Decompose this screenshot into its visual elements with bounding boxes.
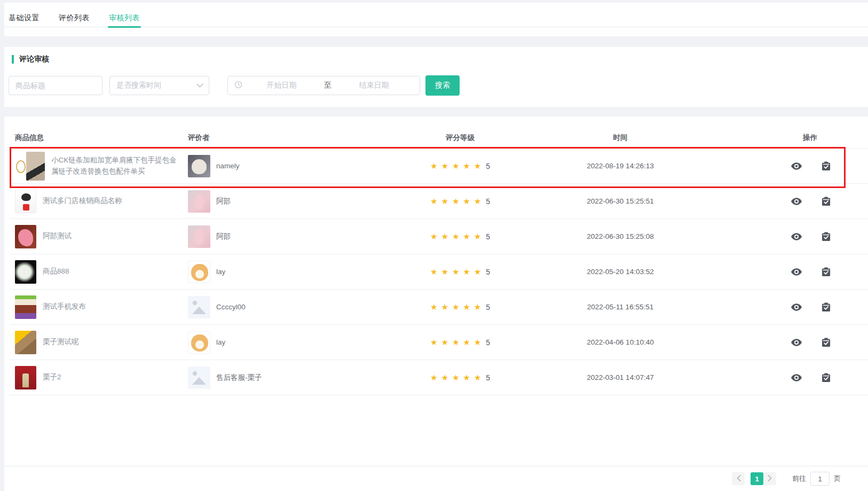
clipboard-check-icon (822, 373, 831, 383)
product-name: 栗子2 (43, 372, 61, 383)
next-page-button[interactable] (763, 472, 776, 485)
page-number-button[interactable]: 1 (751, 472, 763, 485)
star-icon: ★ (430, 302, 437, 311)
view-review-button[interactable] (791, 303, 802, 311)
product-name: 商品888 (43, 266, 69, 277)
clipboard-check-icon (822, 232, 831, 241)
rating-value: 5 (486, 373, 490, 382)
column-header-rating: 评分等级 (417, 133, 503, 143)
star-icon: ★ (430, 197, 437, 206)
rating-value: 5 (486, 268, 490, 276)
reviewer-avatar (188, 190, 210, 213)
view-review-button[interactable] (791, 339, 802, 346)
clipboard-check-icon (822, 161, 831, 171)
eye-icon (791, 233, 802, 240)
review-time: 2022-06-30 15:25:08 (503, 232, 738, 240)
star-icon: ★ (452, 373, 459, 382)
table-row: 商品888 lay ★★★★★ 5 2022-05-20 14:03:52 (10, 254, 868, 290)
star-icon: ★ (474, 302, 481, 311)
product-thumbnail (15, 152, 45, 181)
product-title-input-box (9, 76, 102, 95)
review-time: 2022-08-19 14:26:13 (503, 162, 738, 170)
table-row: 栗子测试呢 lay ★★★★★ 5 2022-04-06 10:10:40 (10, 325, 868, 360)
star-rating: ★★★★★ (430, 197, 485, 206)
chevron-right-icon (768, 475, 772, 483)
star-icon: ★ (430, 232, 437, 241)
star-icon: ★ (441, 302, 448, 311)
review-time: 2022-04-06 10:10:40 (503, 338, 738, 346)
table-header: 商品信息 评价者 评分等级 时间 操作 (10, 116, 868, 149)
audit-review-button[interactable] (822, 373, 831, 383)
audit-review-button[interactable] (822, 197, 831, 206)
star-icon: ★ (441, 161, 448, 170)
star-rating: ★★★★★ (430, 302, 485, 312)
reviewer-avatar (188, 225, 210, 248)
search-button[interactable]: 搜索 (425, 75, 460, 96)
reviewer-avatar (188, 367, 210, 389)
star-icon: ★ (474, 161, 481, 170)
tab-review-list[interactable]: 评价列表 (59, 13, 90, 27)
clipboard-check-icon (822, 302, 831, 312)
star-icon: ★ (452, 197, 459, 206)
star-icon: ★ (474, 373, 481, 382)
search-time-select[interactable]: 是否搜索时间 (109, 76, 209, 95)
tab-basic-settings[interactable]: 基础设置 (9, 13, 40, 27)
review-time: 2022-06-30 15:25:51 (503, 197, 738, 205)
page-goto-input[interactable] (810, 472, 830, 486)
audit-review-button[interactable] (822, 338, 831, 347)
view-review-button[interactable] (791, 268, 802, 276)
product-title-input[interactable] (15, 81, 96, 90)
column-header-time: 时间 (503, 133, 738, 143)
review-time: 2022-05-20 14:03:52 (503, 268, 738, 276)
reviewer-avatar (188, 296, 210, 318)
audit-review-button[interactable] (822, 267, 831, 277)
audit-review-button[interactable] (822, 232, 831, 241)
chevron-down-icon (196, 81, 203, 90)
product-name: 栗子测试呢 (43, 337, 79, 348)
product-thumbnail (15, 295, 36, 319)
audit-review-button[interactable] (822, 302, 831, 312)
date-range-picker[interactable]: 开始日期 至 结束日期 (227, 76, 420, 95)
star-rating: ★★★★★ (430, 338, 485, 347)
star-rating: ★★★★★ (430, 267, 485, 277)
star-icon: ★ (441, 197, 448, 206)
product-thumbnail (15, 331, 36, 354)
product-thumbnail (15, 225, 36, 248)
clipboard-check-icon (822, 197, 831, 206)
star-rating: ★★★★★ (430, 161, 485, 171)
reviewer-avatar (188, 261, 210, 283)
star-icon: ★ (474, 232, 481, 241)
star-icon: ★ (430, 338, 437, 347)
star-icon: ★ (474, 338, 481, 347)
table-row: 测试多门店核销商品名称 阿部 ★★★★★ 5 2022-06-30 15:25:… (10, 184, 868, 219)
reviewer-name: 阿部 (216, 197, 231, 206)
star-icon: ★ (430, 161, 437, 170)
view-review-button[interactable] (791, 198, 802, 205)
star-icon: ★ (463, 338, 470, 347)
chevron-left-icon (736, 475, 741, 483)
reviewer-name: lay (216, 268, 225, 276)
star-icon: ★ (452, 161, 459, 170)
start-date-placeholder[interactable]: 开始日期 (242, 81, 321, 90)
product-thumbnail (15, 366, 36, 389)
eye-icon (791, 162, 802, 170)
reviewer-name: 售后客服-栗子 (216, 373, 262, 383)
product-thumbnail (15, 190, 36, 213)
star-rating: ★★★★★ (430, 373, 485, 383)
view-review-button[interactable] (791, 162, 802, 170)
star-icon: ★ (463, 267, 470, 276)
table-row: 测试手机发布 Ccccyl00 ★★★★★ 5 2022-05-11 16:55… (10, 290, 868, 325)
star-icon: ★ (452, 232, 459, 241)
product-name: 小CK链条加粗加宽单肩腋下包手提包金属链子改造替换包包配件单买 (51, 155, 179, 177)
star-icon: ★ (441, 373, 448, 382)
tab-audit-list[interactable]: 审核列表 (109, 13, 140, 27)
audit-review-button[interactable] (822, 161, 831, 171)
rating-value: 5 (486, 303, 490, 311)
view-review-button[interactable] (791, 233, 802, 240)
star-rating: ★★★★★ (430, 232, 485, 241)
star-icon: ★ (463, 302, 470, 311)
prev-page-button[interactable] (732, 472, 745, 485)
end-date-placeholder[interactable]: 结束日期 (335, 81, 413, 90)
rating-value: 5 (486, 338, 490, 347)
view-review-button[interactable] (791, 374, 802, 381)
